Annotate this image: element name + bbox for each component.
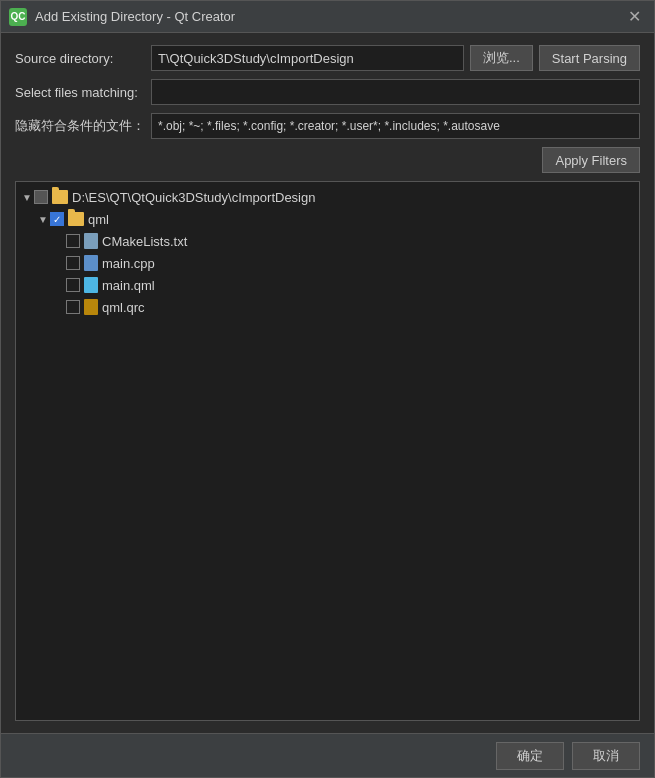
content-area: Source directory: 浏览... Start Parsing Se…	[1, 33, 654, 733]
main-window: QC Add Existing Directory - Qt Creator ✕…	[0, 0, 655, 778]
app-icon: QC	[9, 8, 27, 26]
tree-item[interactable]: main.qml	[16, 274, 639, 296]
file-icon	[84, 299, 98, 315]
hide-filter-input[interactable]	[151, 113, 640, 139]
source-directory-input[interactable]	[151, 45, 464, 71]
tree-checkbox[interactable]	[34, 190, 48, 204]
start-parsing-button[interactable]: Start Parsing	[539, 45, 640, 71]
tree-checkbox[interactable]	[66, 256, 80, 270]
tree-item-label: D:\ES\QT\QtQuick3DStudy\cImportDesign	[72, 190, 315, 205]
files-matching-input[interactable]	[151, 79, 640, 105]
tree-item[interactable]: qml.qrc	[16, 296, 639, 318]
tree-checkbox[interactable]	[66, 300, 80, 314]
tree-toggle-icon[interactable]	[20, 190, 34, 204]
tree-item-label: CMakeLists.txt	[102, 234, 187, 249]
tree-item-label: main.cpp	[102, 256, 155, 271]
apply-filters-button[interactable]: Apply Filters	[542, 147, 640, 173]
title-bar: QC Add Existing Directory - Qt Creator ✕	[1, 1, 654, 33]
bottom-bar: 确定 取消	[1, 733, 654, 777]
files-matching-row: Select files matching:	[15, 79, 640, 105]
close-button[interactable]: ✕	[622, 5, 646, 29]
source-directory-row: Source directory: 浏览... Start Parsing	[15, 45, 640, 71]
tree-item-label: main.qml	[102, 278, 155, 293]
tree-item[interactable]: D:\ES\QT\QtQuick3DStudy\cImportDesign	[16, 186, 639, 208]
tree-item[interactable]: CMakeLists.txt	[16, 230, 639, 252]
files-matching-label: Select files matching:	[15, 85, 145, 100]
tree-item[interactable]: qml	[16, 208, 639, 230]
browse-button[interactable]: 浏览...	[470, 45, 533, 71]
hide-filter-row: 隐藏符合条件的文件：	[15, 113, 640, 139]
file-tree[interactable]: D:\ES\QT\QtQuick3DStudy\cImportDesignqml…	[15, 181, 640, 721]
folder-icon	[68, 212, 84, 226]
tree-item-label: qml	[88, 212, 109, 227]
tree-toggle-icon[interactable]	[36, 212, 50, 226]
confirm-button[interactable]: 确定	[496, 742, 564, 770]
tree-checkbox[interactable]	[66, 234, 80, 248]
apply-filters-row: Apply Filters	[15, 147, 640, 173]
window-title: Add Existing Directory - Qt Creator	[35, 9, 622, 24]
folder-icon	[52, 190, 68, 204]
tree-item[interactable]: main.cpp	[16, 252, 639, 274]
file-icon	[84, 233, 98, 249]
hide-filter-label: 隐藏符合条件的文件：	[15, 117, 145, 135]
source-directory-label: Source directory:	[15, 51, 145, 66]
tree-checkbox[interactable]	[66, 278, 80, 292]
file-icon	[84, 255, 98, 271]
cancel-button[interactable]: 取消	[572, 742, 640, 770]
tree-item-label: qml.qrc	[102, 300, 145, 315]
file-icon	[84, 277, 98, 293]
tree-checkbox[interactable]	[50, 212, 64, 226]
